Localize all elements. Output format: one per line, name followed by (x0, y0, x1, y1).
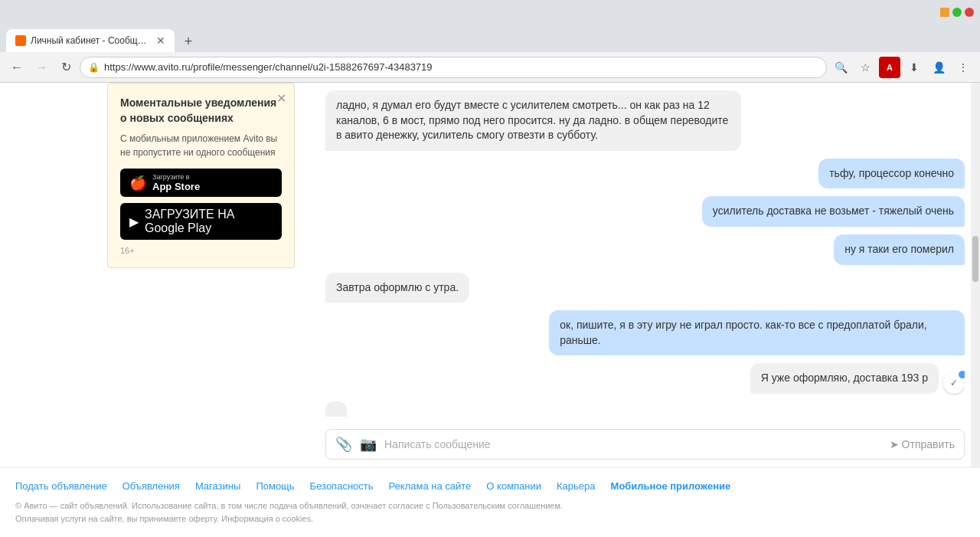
google-play-icon: ▶ (129, 214, 139, 229)
search-icon[interactable]: 🔍 (830, 57, 851, 78)
chat-area: ладно, я думал его будут вместе с усилит… (310, 83, 980, 467)
lock-icon: 🔒 (88, 62, 100, 73)
google-play-button[interactable]: ▶ ЗАГРУЗИТЕ НА Google Play (120, 203, 282, 240)
message-received-3: Я уже оформляю, доставка 193 р (750, 363, 939, 394)
message-sent-4: ок, пишите, я в эту игру не играл просто… (549, 310, 965, 355)
message-sent-3: ну я таки его померил (834, 234, 965, 265)
unread-dot (959, 371, 965, 378)
google-line2: Google Play (145, 221, 234, 235)
footer-link-ads-site[interactable]: Реклама на сайте (389, 480, 472, 492)
footer-link-ads[interactable]: Объявления (122, 480, 180, 492)
footer-link-company[interactable]: О компании (486, 480, 541, 492)
tab-bar: Личный кабинет - Сообщения - Ав... ✕ + (0, 25, 980, 52)
browser-frame: Личный кабинет - Сообщения - Ав... ✕ + ←… (0, 0, 980, 537)
forward-button[interactable]: → (31, 57, 52, 78)
apple-icon: 🍎 (129, 175, 146, 192)
message-received-1: ладно, я думал его будут вместе с усилит… (325, 90, 741, 151)
tab-favicon (15, 35, 26, 46)
footer-link-submit[interactable]: Подать объявление (15, 480, 107, 492)
google-line1: ЗАГРУЗИТЕ НА (145, 208, 234, 221)
msg-bubble: Завтра оформлю с утра. (325, 273, 469, 303)
footer-link-career[interactable]: Карьера (557, 480, 596, 492)
camera-icon[interactable]: 📷 (360, 436, 377, 453)
main-area: ✕ Моментальные уведомления о новых сообщ… (0, 83, 980, 467)
msg-bubble: ладно, я думал его будут вместе с усилит… (325, 90, 741, 151)
message-received-2: Завтра оформлю с утра. (325, 273, 469, 303)
tab-close-button[interactable]: ✕ (156, 34, 165, 47)
send-label: Отправить (902, 438, 955, 450)
bookmark-icon[interactable]: ☆ (854, 57, 876, 78)
appstore-line2: App Store (152, 181, 200, 192)
footer: Подать объявление Объявления Магазины По… (0, 467, 980, 537)
new-tab-button[interactable]: + (178, 31, 199, 52)
title-bar (0, 0, 980, 25)
footer-link-shops[interactable]: Магазины (195, 480, 241, 492)
msg-bubble: усилитель доставка не возьмет - тяжелый … (702, 196, 965, 227)
message-partial (325, 401, 347, 417)
msg-bubble: ок, пишите, я в эту игру не играл просто… (549, 310, 965, 355)
message-status: ✓ (943, 372, 965, 394)
notif-title: Моментальные уведомления о новых сообщен… (120, 96, 282, 126)
page-content: ✕ Моментальные уведомления о новых сообщ… (0, 83, 980, 537)
notif-close-button[interactable]: ✕ (276, 91, 286, 106)
message-input[interactable] (384, 438, 882, 450)
downloads-icon[interactable]: ⬇ (903, 57, 925, 78)
reload-button[interactable]: ↻ (55, 57, 77, 78)
tab-label: Личный кабинет - Сообщения - Ав... (31, 35, 152, 46)
message-received-3-wrapper: Я уже оформляю, доставка 193 р ✓ (325, 363, 965, 394)
address-bar[interactable]: 🔒 https://www.avito.ru/profile/messenger… (80, 57, 827, 78)
send-button[interactable]: ➤ Отправить (890, 438, 955, 450)
send-icon: ➤ (890, 438, 899, 450)
footer-links: Подать объявление Объявления Магазины По… (15, 480, 965, 492)
nav-bar: ← → ↻ 🔒 https://www.avito.ru/profile/mes… (0, 52, 980, 83)
footer-link-mobile[interactable]: Мобильное приложение (611, 480, 731, 492)
back-button[interactable]: ← (6, 57, 28, 78)
url-text: https://www.avito.ru/profile/messenger/c… (104, 61, 818, 73)
footer-copyright: © Авито — сайт объявлений. Использование… (15, 499, 965, 525)
msg-bubble: ну я таки его померил (834, 234, 965, 265)
messages-container: ладно, я думал его будут вместе с усилит… (325, 90, 965, 423)
extensions-icon[interactable]: A (879, 57, 900, 78)
msg-bubble: Я уже оформляю, доставка 193 р (750, 363, 939, 394)
msg-bubble: тьфу, процессор конечно (818, 159, 965, 189)
active-tab[interactable]: Личный кабинет - Сообщения - Ав... ✕ (6, 29, 175, 52)
profile-icon[interactable]: 👤 (928, 57, 949, 78)
notif-desc: С мобильным приложением Avito вы не проп… (120, 132, 282, 159)
message-input-area: 📎 📷 ➤ Отправить (325, 429, 965, 460)
message-sent-1: тьфу, процессор конечно (818, 159, 965, 189)
attach-icon[interactable]: 📎 (335, 436, 352, 453)
appstore-line1: Загрузите в (152, 173, 200, 181)
scrollbar-thumb[interactable] (972, 236, 978, 282)
notification-popup: ✕ Моментальные уведомления о новых сообщ… (107, 83, 295, 268)
menu-icon[interactable]: ⋮ (952, 57, 974, 78)
footer-link-help[interactable]: Помощь (256, 480, 294, 492)
appstore-button[interactable]: 🍎 Загрузите в App Store (120, 169, 282, 197)
msg-bubble-partial (325, 401, 347, 417)
age-rating: 16+ (120, 246, 282, 255)
checkmark-icon: ✓ (950, 378, 958, 388)
footer-link-safety[interactable]: Безопасность (310, 480, 374, 492)
scrollbar[interactable] (971, 83, 980, 467)
nav-icons: 🔍 ☆ A ⬇ 👤 ⋮ (830, 57, 974, 78)
message-sent-2: усилитель доставка не возьмет - тяжелый … (702, 196, 965, 227)
